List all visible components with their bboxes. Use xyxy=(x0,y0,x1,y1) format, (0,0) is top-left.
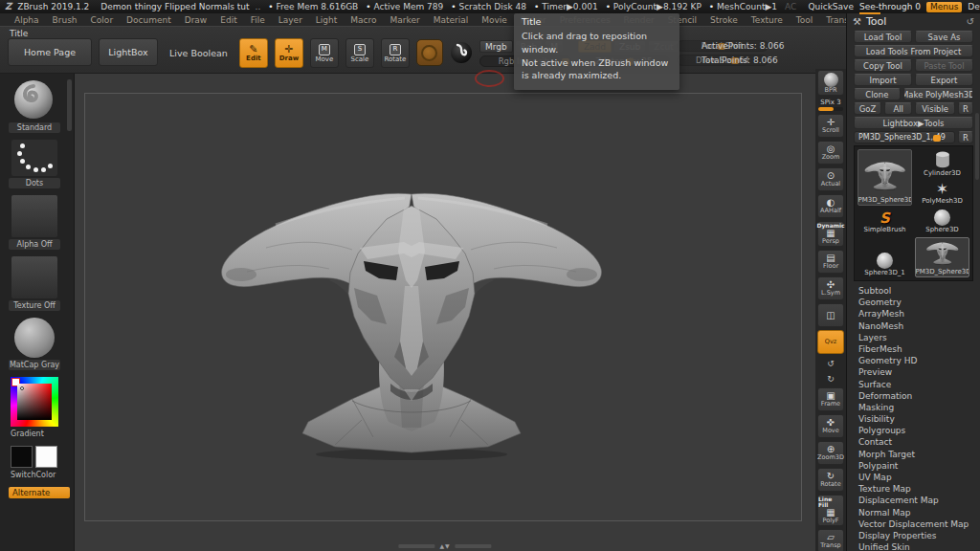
switch-color[interactable]: SwitchColor xyxy=(9,446,60,480)
tool-section-subtool[interactable]: Subtool xyxy=(847,285,980,297)
lightbox-tools-button[interactable]: Lightbox▶Tools xyxy=(854,117,973,129)
tool-section-deformation[interactable]: Deformation xyxy=(847,390,980,402)
menu-material[interactable]: Material xyxy=(427,15,476,25)
tool-section-polygroups[interactable]: Polygroups xyxy=(847,425,980,436)
tool-section-masking[interactable]: Masking xyxy=(847,402,980,413)
sculpt-model[interactable] xyxy=(209,181,620,463)
current-stroke-tile[interactable]: Dots xyxy=(9,140,60,188)
current-material-tile[interactable]: MatCap Gray xyxy=(9,318,60,370)
current-alpha-tile[interactable]: Alpha Off xyxy=(9,195,60,250)
menu-stroke[interactable]: Stroke xyxy=(703,15,745,25)
persp-button[interactable]: Dynamic ▦ Persp xyxy=(817,221,844,247)
tool-section-uv-map[interactable]: UV Map xyxy=(847,472,980,483)
menu-draw[interactable]: Draw xyxy=(178,15,214,25)
menu-marker[interactable]: Marker xyxy=(384,15,427,25)
rotate-button[interactable]: R Rotate xyxy=(381,38,410,68)
thumb-sphere3d-1[interactable]: Sphere3D_1 xyxy=(858,237,912,277)
scale-button[interactable]: S Scale xyxy=(345,38,374,68)
frame-button[interactable]: ▣ Frame xyxy=(817,387,844,411)
menu-light[interactable]: Light xyxy=(309,15,344,25)
secondary-color-swatch[interactable] xyxy=(35,446,57,468)
edit-button[interactable]: ✎ Edit xyxy=(239,38,268,68)
thumb-pm3d-sphere3d-big[interactable]: PM3D_Sphere3D xyxy=(858,149,912,206)
menu-movie[interactable]: Movie xyxy=(475,15,514,25)
menu-layer[interactable]: Layer xyxy=(272,15,309,25)
spix-slider[interactable]: SPix 3 xyxy=(817,99,844,111)
transp-button[interactable]: ▱ Transp xyxy=(817,529,844,551)
menu-brush[interactable]: Brush xyxy=(46,15,84,25)
palette-pick-icon[interactable]: ⚒ xyxy=(853,16,861,27)
menu-tool[interactable]: Tool xyxy=(790,15,819,25)
see-through-slider[interactable]: See-through 0 xyxy=(859,2,921,12)
tool-section-unified-skin[interactable]: Unified Skin xyxy=(847,541,980,551)
tool-section-display-properties[interactable]: Display Properties xyxy=(847,530,980,541)
tool-section-contact[interactable]: Contact xyxy=(847,436,980,448)
tool-section-preview[interactable]: Preview xyxy=(847,366,980,378)
thumb-cylinder3d[interactable]: Cylinder3D xyxy=(915,149,969,178)
default-zscript-button[interactable]: DefaultZScript xyxy=(968,2,980,11)
polyframe-button[interactable]: Line Fill ▦ PolyF xyxy=(817,495,844,526)
tool-section-surface[interactable]: Surface xyxy=(847,379,980,390)
goz-r-button[interactable]: R xyxy=(958,102,973,115)
paste-tool-button[interactable]: Paste Tool xyxy=(915,59,973,72)
clone-button[interactable]: Clone xyxy=(854,88,901,100)
make-polymesh3d-button[interactable]: Make PolyMesh3D xyxy=(903,88,973,100)
scroll-button[interactable]: ✛ Scroll xyxy=(817,114,844,138)
tool-section-geometry[interactable]: Geometry xyxy=(847,297,980,308)
menu-document[interactable]: Document xyxy=(120,15,178,25)
tool-section-nanomesh[interactable]: NanoMesh xyxy=(847,320,980,332)
move-camera-button[interactable]: ✜ Move xyxy=(817,414,844,438)
floor-button[interactable]: ▤ Floor xyxy=(817,250,844,274)
tool-section-arraymesh[interactable]: ArrayMesh xyxy=(847,308,980,320)
live-boolean-button[interactable]: Live Boolean xyxy=(169,48,228,58)
slider-handle[interactable] xyxy=(933,135,941,142)
tool-section-displacement-map[interactable]: Displacement Map xyxy=(847,495,980,506)
menu-texture[interactable]: Texture xyxy=(745,15,790,25)
tool-r-button[interactable]: R xyxy=(958,131,973,143)
goz-visible-button[interactable]: Visible xyxy=(915,102,955,115)
thumb-sphere3d[interactable]: Sphere3D xyxy=(915,209,969,234)
tool-section-texture-map[interactable]: Texture Map xyxy=(847,483,980,495)
current-brush-tile[interactable]: Standard xyxy=(9,78,60,133)
local-symmetry-button[interactable]: ✣ L.Sym xyxy=(817,276,844,300)
titlebar[interactable]: Z ZBrush 2019.1.2 Demon thingy Flipped N… xyxy=(0,0,980,13)
tool-section-visibility[interactable]: Visibility xyxy=(847,413,980,425)
panel-scrollbar[interactable] xyxy=(975,113,979,180)
load-tool-button[interactable]: Load Tool xyxy=(854,31,912,43)
goz-all-button[interactable]: All xyxy=(884,102,912,115)
aahalf-button[interactable]: ◐ AAHalf xyxy=(817,194,844,218)
goz-button[interactable]: GoZ xyxy=(854,102,881,115)
tool-section-geometry-hd[interactable]: Geometry HD xyxy=(847,355,980,366)
thumb-simplebrush[interactable]: S SimpleBrush xyxy=(858,209,912,234)
draw-button[interactable]: ✛ Draw xyxy=(275,38,303,68)
thumb-polymesh3d[interactable]: ✶ PolyMesh3D xyxy=(915,181,969,206)
thumb-pm3d-sphere3d-selected[interactable]: PM3D_Sphere3D xyxy=(915,237,969,277)
tool-section-layers[interactable]: Layers xyxy=(847,332,980,343)
tray-scrollbar[interactable] xyxy=(67,79,72,131)
rotate-ccw-button[interactable]: ↺ xyxy=(821,357,840,369)
main-color-swatch[interactable] xyxy=(11,446,33,468)
half-button[interactable]: ◫ xyxy=(817,303,844,327)
document-canvas[interactable]: ▲▼ xyxy=(75,74,815,551)
current-material-button[interactable] xyxy=(450,41,473,66)
refresh-icon[interactable]: ↺ xyxy=(967,16,974,27)
tool-section-fibermesh[interactable]: FiberMesh xyxy=(847,343,980,355)
active-tool-slider[interactable]: PM3D_Sphere3D_1, 49 xyxy=(854,131,955,143)
tool-section-normal-map[interactable]: Normal Map xyxy=(847,507,980,518)
tool-section-vector-displacement-map[interactable]: Vector Displacement Map xyxy=(847,518,980,530)
zoom3d-button[interactable]: ⊕ Zoom3D xyxy=(817,441,844,465)
rotate-camera-button[interactable]: ↻ Rotate xyxy=(817,468,844,492)
menu-color[interactable]: Color xyxy=(84,15,121,25)
save-as-button[interactable]: Save As xyxy=(915,31,973,43)
menu-edit[interactable]: Edit xyxy=(213,15,243,25)
current-texture-tile[interactable]: Texture Off xyxy=(9,256,60,311)
quicksave-button[interactable]: QuickSave xyxy=(808,2,854,11)
menu-alpha[interactable]: Alpha xyxy=(8,15,46,25)
rotate-cw-button[interactable]: ↻ xyxy=(821,372,840,385)
sculptris-pro-button[interactable] xyxy=(416,39,443,66)
tool-section-polypaint[interactable]: Polypaint xyxy=(847,460,980,472)
home-page-button[interactable]: Home Page xyxy=(8,38,92,66)
menus-toggle-button[interactable]: Menus xyxy=(926,2,962,12)
load-tools-from-project-button[interactable]: Load Tools From Project xyxy=(854,45,973,57)
zoom-button[interactable]: ◎ Zoom xyxy=(817,141,844,165)
